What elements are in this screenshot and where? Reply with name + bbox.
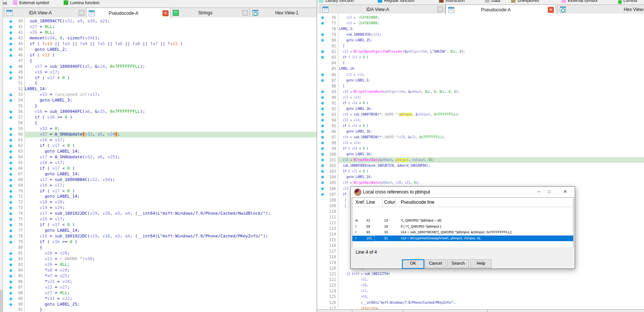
code-line[interactable]: 52LABEL_14: xyxy=(3,86,317,92)
tab-pseudocode-a[interactable]: Pseudocode-A✕ xyxy=(86,8,171,18)
xref-row[interactable]: r9333v14 = sub_180079D38(*(_QWORD *)pbIn… xyxy=(352,229,573,236)
close-button[interactable]: ✕ xyxy=(562,189,569,195)
column-separator[interactable] xyxy=(395,198,395,207)
code-line[interactable]: 86 *v21 = v24; xyxy=(3,279,317,285)
code-line[interactable]: 102 sub_180065DE0(&unk_18018C520, &dword… xyxy=(317,163,644,168)
cancel-button[interactable]: Cancel xyxy=(425,259,446,268)
code-line[interactable]: 95 if ( v14 < 0 ) xyxy=(317,123,644,129)
code-line[interactable]: 74 v17 = sub_1801022DC(v29, v28, a3, a4,… xyxy=(3,211,317,217)
breakpoint-dot[interactable] xyxy=(321,102,324,105)
code-line[interactable]: 43 memset(v34, 0, sizeof(v34)); xyxy=(3,36,317,41)
code-line[interactable]: 88 v27 = 0LL; xyxy=(3,290,317,296)
code-line[interactable]: 83 v26 = 0LL; xyxy=(3,262,317,268)
code-line[interactable]: 88 } xyxy=(317,83,644,89)
xref-table[interactable]: XrefLineColumnPseudocode line w4113*(_QW… xyxy=(352,197,574,248)
breakpoint-dot[interactable] xyxy=(321,113,324,116)
breakpoint-dot[interactable] xyxy=(321,56,324,59)
code-line[interactable]: 55 } xyxy=(3,103,317,109)
code-line[interactable]: 94 v13 = v14; xyxy=(317,117,644,123)
code-line[interactable]: 78LABEL_3: xyxy=(317,26,644,32)
code-line[interactable]: 44 if ( !v14 || !a3 || !a4 || !a5 || !a6… xyxy=(3,41,317,47)
tab-strings[interactable]: Strings✕ xyxy=(170,8,250,17)
code-line[interactable]: 67 goto LABEL_14; xyxy=(3,172,317,177)
code-line[interactable]: 69 v16 = v17; xyxy=(3,183,317,189)
tab-ida-view-a[interactable]: IDA View-A✕ xyxy=(320,5,445,14)
code-line[interactable]: 61 v16 = v17; xyxy=(3,137,317,143)
breakpoint-dot[interactable] xyxy=(321,159,324,161)
code-line[interactable]: 80 { xyxy=(3,245,317,251)
maximize-button[interactable]: □ xyxy=(546,189,553,195)
tab-pseudocode-a[interactable]: Pseudocode-A✕ xyxy=(445,5,556,14)
search-button[interactable]: Search xyxy=(447,259,469,268)
column-header-pseudocode-line[interactable]: Pseudocode line xyxy=(401,200,514,205)
breakpoint-dot[interactable] xyxy=(321,136,324,139)
minimize-button[interactable]: – xyxy=(535,189,542,195)
code-line[interactable]: 49 v16 = v17; xyxy=(3,70,317,75)
code-line[interactable]: 100 goto LABEL_16; xyxy=(317,151,644,157)
code-line[interactable]: 125 v10, xyxy=(317,294,644,300)
code-line[interactable]: 79 if ( v16 >= 0 ) xyxy=(3,239,317,245)
code-line[interactable]: 78 v16 = sub_1801022DC(v19, v18, a3, a4,… xyxy=(3,234,317,239)
code-line[interactable]: 56 v16 = sub_1800946FC(a6, &v25, 0x7FFFF… xyxy=(3,109,317,115)
code-line[interactable]: 104 goto LABEL_14; xyxy=(317,174,644,180)
code-line[interactable]: 54 goto LABEL_3; xyxy=(3,98,317,103)
code-line[interactable]: 91 } xyxy=(3,307,317,312)
breakpoint-dot[interactable] xyxy=(321,90,324,93)
code-line[interactable]: 82 v21 = (_DWORD *)v30; xyxy=(3,256,317,262)
code-line[interactable]: 40 sub_180094C7C(v32, a9, a10, a2); xyxy=(3,19,317,24)
code-line[interactable]: 57 if ( v16 >= 0 ) xyxy=(3,115,317,120)
code-line[interactable]: 60 v17 = A_SHAUpdate(v32, a5, v24); xyxy=(3,132,317,137)
code-line[interactable]: 66 if ( v17 < 0 ) xyxy=(3,166,317,172)
code-line[interactable]: 124 v11, xyxy=(317,288,644,294)
code-line[interactable]: 63 goto LABEL_14; xyxy=(3,149,317,154)
dialog-title-bar[interactable]: Local cross references to pbInput –□✕ xyxy=(351,187,575,197)
breakpoint-dot[interactable] xyxy=(321,125,324,127)
code-line[interactable]: 103 if ( v13 < 0 ) xyxy=(317,168,644,174)
code-line[interactable]: 68 v17 = sub_18009BB4C(v32, v34); xyxy=(3,177,317,183)
code-line[interactable]: 46 if ( v13 ) xyxy=(3,53,317,58)
code-line[interactable]: 41 v27 = 0LL; xyxy=(3,24,317,30)
code-line[interactable]: 89 *v31 = v22; xyxy=(3,296,317,302)
code-line[interactable]: 59 v33 = 0; xyxy=(3,126,317,132)
column-header-line[interactable]: Line xyxy=(366,200,381,205)
tab-close-icon[interactable]: ✕ xyxy=(78,10,84,16)
breakpoint-dot[interactable] xyxy=(321,50,324,53)
code-line[interactable]: 45 goto LABEL_2; xyxy=(3,47,317,53)
code-line[interactable]: 72 v18 = v28; xyxy=(3,200,317,205)
code-line[interactable]: 47 { xyxy=(3,58,317,64)
code-line[interactable]: 89 v14 = BCryptCreateHash(phAlgorithm, &… xyxy=(317,89,644,95)
code-line[interactable]: 71 goto LABEL_14; xyxy=(3,194,317,200)
breakpoint-dot[interactable] xyxy=(321,108,324,110)
code-line[interactable]: 82 v13 = BCryptOpenAlgorithmProvider(&ph… xyxy=(317,49,644,55)
code-line[interactable]: 70 if ( v17 < 0 ) xyxy=(3,189,317,194)
code-line[interactable]: 87 v22 = v27; xyxy=(3,285,317,290)
code-line[interactable]: 48 v17 = sub_1800946FC(a5, &v24, 0x7FFFF… xyxy=(3,64,317,70)
tab-ida-view-a[interactable]: IDA View-A✕ xyxy=(4,8,87,17)
code-line[interactable]: 64 v17 = A_SHAUpdate(v32, a6, v25); xyxy=(3,154,317,160)
code-line[interactable]: 84 { xyxy=(317,60,644,66)
code-line[interactable]: 58 { xyxy=(3,120,317,126)
breakpoint-dot[interactable] xyxy=(321,170,324,173)
code-line[interactable]: 84 *a8 = v20; xyxy=(3,268,317,273)
code-line[interactable]: 92 goto LABEL_16; xyxy=(317,106,644,112)
code-line[interactable]: 87 goto LABEL_3; xyxy=(317,78,644,83)
code-line[interactable]: 99 if ( v14 < 0 ) xyxy=(317,146,644,151)
code-line[interactable]: 97 v14 = sub_180079D38(*(_QWORD *)v28, &… xyxy=(317,134,644,140)
breakpoint-dot[interactable] xyxy=(321,147,324,150)
code-line[interactable]: 101 v13 = BCryptHashData(phHash, pbInput… xyxy=(317,157,644,163)
code-line[interactable]: 65 v16 = v17; xyxy=(3,160,317,166)
code-line[interactable]: 75 v16 = v17; xyxy=(3,217,317,222)
code-line[interactable]: 85 *a7 = v25; xyxy=(3,273,317,279)
tab-close-icon[interactable]: ✕ xyxy=(548,7,554,13)
breakpoint-dot[interactable] xyxy=(321,153,324,156)
code-line[interactable]: 73 v19 = v29; xyxy=(3,205,317,211)
breakpoint-dot[interactable] xyxy=(321,22,324,25)
breakpoint-dot[interactable] xyxy=(321,79,324,82)
breakpoint-dot[interactable] xyxy=(321,164,324,167)
left-pseudocode-view[interactable]: 40 sub_180094C7C(v32, a9, a10, a2);41 v2… xyxy=(3,17,317,312)
tab-close-icon[interactable]: ✕ xyxy=(437,6,443,12)
code-line[interactable]: 76 v12 = -2147024809; xyxy=(317,15,644,20)
breakpoint-dot[interactable] xyxy=(321,96,324,99)
tab-close-icon[interactable]: ✕ xyxy=(242,10,248,16)
code-line[interactable]: 81 } xyxy=(317,43,644,49)
